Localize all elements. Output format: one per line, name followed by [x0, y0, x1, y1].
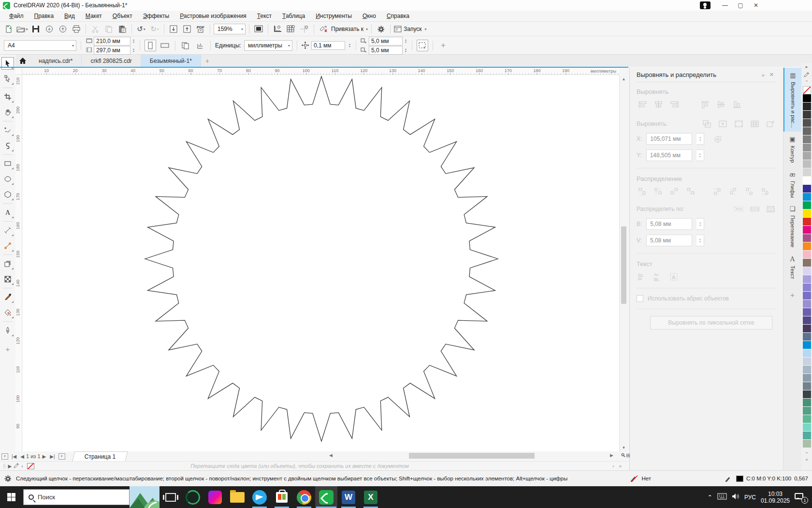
palette-swatch[interactable]	[803, 349, 811, 358]
palette-scroll-down-icon[interactable]: ⌄	[805, 448, 809, 456]
vertical-scrollbar[interactable]: ▲ ▼	[619, 75, 627, 451]
language-indicator[interactable]: РУС	[744, 494, 756, 501]
nudge-field[interactable]: 0,1 мм	[311, 41, 345, 50]
palette-swatch[interactable]	[803, 382, 811, 390]
palette-swatch[interactable]	[803, 275, 811, 284]
palette-swatch[interactable]	[803, 218, 811, 226]
status-gear-icon[interactable]	[4, 475, 12, 483]
toolbox-add-button[interactable]: +	[6, 345, 10, 353]
show-rulers-button[interactable]	[272, 23, 283, 35]
minimize-button[interactable]: —	[717, 0, 733, 10]
distribute-right-icon[interactable]	[684, 187, 696, 196]
volume-icon[interactable]	[732, 493, 740, 501]
drop-shadow-tool[interactable]	[1, 257, 14, 270]
no-color-swatch[interactable]	[803, 86, 811, 94]
snap-disable-button[interactable]	[318, 23, 329, 35]
news-widget-thumbnail[interactable]	[130, 486, 160, 508]
taskbar-search-box[interactable]: Поиск	[23, 489, 130, 505]
align-right-icon[interactable]	[668, 100, 680, 109]
all-pages-button[interactable]	[180, 40, 191, 51]
palette-swatch[interactable]	[803, 325, 811, 333]
distribute-top-icon[interactable]	[711, 187, 723, 196]
distribute-bottom-icon[interactable]	[759, 187, 771, 196]
open-button[interactable]: ▾	[16, 23, 28, 35]
menu-item-Правка[interactable]: Правка	[29, 11, 59, 21]
palette-swatch[interactable]	[803, 127, 811, 135]
menu-item-Макет[interactable]: Макет	[80, 11, 107, 21]
page-tab[interactable]: Страница 1	[72, 451, 128, 461]
palette-swatch[interactable]	[803, 111, 811, 119]
start-button[interactable]	[0, 486, 22, 508]
palette-eyedropper-icon[interactable]	[804, 71, 810, 78]
palette-swatch[interactable]	[803, 440, 811, 448]
microsoft-store-icon[interactable]	[271, 486, 293, 508]
touch-keyboard-icon[interactable]	[717, 493, 727, 501]
print-button[interactable]	[71, 23, 82, 35]
align-to-edge-icon[interactable]	[701, 120, 712, 128]
first-page-button[interactable]: |◀	[10, 454, 18, 459]
palette-swatch[interactable]	[803, 226, 811, 234]
prev-page-button[interactable]: ◀	[18, 454, 26, 459]
palette-swatch[interactable]	[803, 251, 811, 259]
docker-tab-contour-icon[interactable]: ▣Контур	[783, 132, 802, 166]
app-icon-2[interactable]	[204, 486, 226, 508]
align-center-horizontal-icon[interactable]	[652, 100, 664, 109]
palette-swatch[interactable]	[803, 415, 811, 423]
y-spinner[interactable]: ▲▼	[696, 149, 704, 161]
fullscreen-preview-button[interactable]	[253, 23, 264, 35]
last-page-button[interactable]: ▶|	[48, 454, 57, 459]
units-combo[interactable]: миллиметры▾	[244, 40, 292, 51]
nudge-spinner[interactable]: ▴▾	[348, 43, 351, 48]
pick-tool[interactable]	[1, 57, 14, 70]
palette-scroll-up-icon[interactable]: ⌃	[805, 78, 809, 86]
align-to-page-center-icon[interactable]	[717, 120, 728, 128]
horizontal-ruler[interactable]: миллиметры102030405060708090100110120130…	[22, 68, 619, 75]
file-explorer-icon[interactable]	[226, 486, 248, 508]
palette-swatch[interactable]	[803, 185, 811, 193]
docker-tab-glyphs-icon[interactable]: æГлифы	[783, 167, 802, 202]
palette-swatch[interactable]	[803, 366, 811, 374]
docpal-expand[interactable]: »	[619, 463, 622, 469]
palette-swatch[interactable]	[803, 358, 811, 366]
menu-item-Текст[interactable]: Текст	[252, 11, 277, 21]
palette-swatch[interactable]	[803, 144, 811, 152]
account-icon[interactable]	[700, 1, 710, 9]
freehand-tool[interactable]	[1, 124, 14, 136]
v-spinner[interactable]: ▲▼	[696, 235, 704, 246]
cloud-open-button[interactable]	[44, 23, 55, 35]
distribute-center-v-icon[interactable]	[727, 187, 739, 196]
dimension-tool[interactable]	[1, 224, 14, 237]
eyedropper-tool[interactable]	[1, 291, 14, 303]
palette-swatch[interactable]	[803, 390, 811, 399]
palette-swatch[interactable]	[803, 94, 811, 103]
connector-tool[interactable]	[1, 239, 14, 252]
current-page-button[interactable]	[194, 40, 206, 51]
text-baseline-last-icon[interactable]: AaBb	[652, 272, 664, 281]
close-button[interactable]: ✕	[748, 0, 764, 10]
distribute-to-extent-icon[interactable]	[733, 205, 744, 213]
palette-swatch[interactable]	[803, 259, 811, 267]
publish-pdf-button[interactable]: PDF	[195, 23, 206, 35]
treat-as-filled-button[interactable]	[417, 40, 428, 51]
palette-swatch[interactable]	[803, 177, 811, 185]
align-bottom-icon[interactable]	[731, 100, 743, 109]
palette-swatch[interactable]	[803, 234, 811, 242]
undo-button[interactable]: ↺▾	[135, 23, 147, 35]
show-grid-button[interactable]	[285, 23, 297, 35]
pen-tool[interactable]	[1, 139, 14, 152]
document-tab[interactable]: надпись.cdr*	[30, 55, 82, 67]
crop-tool[interactable]	[1, 90, 14, 103]
align-to-grid-icon[interactable]	[749, 120, 760, 128]
word-icon[interactable]: W	[337, 486, 360, 508]
zoom-level-combo[interactable]: 159%▾	[214, 24, 246, 34]
target-point-icon[interactable]	[712, 134, 724, 143]
gear-curve-object[interactable]	[145, 76, 498, 441]
palette-swatch[interactable]	[803, 160, 811, 168]
ellipse-tool[interactable]	[1, 173, 14, 185]
polygon-tool[interactable]	[1, 188, 14, 201]
menu-item-Файл[interactable]: Файл	[4, 11, 29, 21]
menu-item-Вид[interactable]: Вид	[59, 11, 80, 21]
telegram-icon[interactable]	[248, 486, 271, 508]
menu-item-Таблица[interactable]: Таблица	[277, 11, 310, 21]
options-gear-button[interactable]	[375, 23, 387, 35]
